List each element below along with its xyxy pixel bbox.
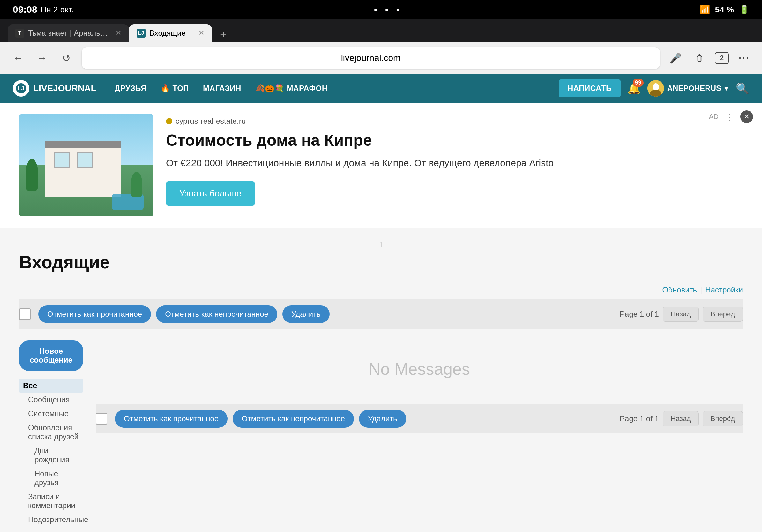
ad-source-dot	[166, 118, 172, 124]
search-icon[interactable]: 🔍	[736, 82, 749, 95]
ad-content: cyprus-real-estate.ru Стоимость дома на …	[166, 114, 743, 206]
ad-image	[19, 114, 153, 216]
sidebar-nav: Все Сообщения Системные Обновления списк…	[19, 378, 83, 527]
tab-2-favicon: LJ	[137, 29, 145, 37]
svg-text:LJ: LJ	[18, 85, 24, 92]
tab-add-button[interactable]: ＋	[214, 26, 232, 42]
status-bar: 09:08 Пн 2 окт. ● ● ● 📶 54 % 🔋	[0, 0, 762, 19]
notification-bell[interactable]: 🔔 99	[626, 80, 642, 97]
inbox-sidebar: Новое сообщение Все Сообщения Системные …	[0, 334, 89, 532]
tab-2-title: Входящие	[149, 29, 194, 37]
refresh-link[interactable]: Обновить	[662, 286, 697, 295]
mic-icon[interactable]: 🎤	[666, 49, 684, 67]
pagination-top: Page 1 of 1 Назад Вперёд	[620, 306, 743, 322]
sidebar-item-system[interactable]: Системные	[19, 407, 83, 421]
ad-cta-button[interactable]: Узнать больше	[166, 181, 255, 206]
lj-logo-text: LIVEJOURNAL	[33, 83, 96, 94]
sidebar-item-friends-updates[interactable]: Обновления списка друзей	[19, 421, 83, 444]
nav-shop[interactable]: МАГАЗИН	[197, 81, 247, 96]
wifi-icon: 📶	[700, 5, 710, 15]
write-button[interactable]: НАПИСАТЬ	[559, 79, 621, 97]
sidebar-item-all[interactable]: Все	[19, 378, 83, 393]
new-message-button[interactable]: Новое сообщение	[19, 340, 83, 371]
inbox-top-actions: Обновить | Настройки	[19, 286, 743, 295]
dot-2: ●	[385, 6, 388, 13]
ad-banner: cyprus-real-estate.ru Стоимость дома на …	[0, 103, 762, 228]
page-info-bottom: Page 1 of 1	[620, 414, 659, 423]
prev-page-button-top[interactable]: Назад	[663, 306, 699, 322]
user-avatar[interactable]: ANEPOHERUS ▾	[648, 80, 728, 97]
ad-source-text: cyprus-real-estate.ru	[176, 117, 246, 126]
ad-source: cyprus-real-estate.ru	[166, 117, 743, 126]
status-time: 09:08	[13, 4, 37, 15]
url-input[interactable]	[82, 47, 660, 69]
mark-read-button-bottom[interactable]: Отметить как прочитанное	[115, 410, 228, 428]
sidebar-item-suspicious[interactable]: Подозрительные	[19, 512, 83, 527]
tab-1-close[interactable]: ✕	[115, 29, 121, 37]
dot-3: ●	[396, 6, 400, 13]
inbox-toolbar-top: Отметить как прочитанное Отметить как не…	[19, 299, 743, 329]
inbox-section: 1 Входящие	[0, 228, 762, 280]
page-indicator: 1	[19, 241, 743, 249]
reload-button[interactable]: ↺	[57, 49, 75, 67]
prev-page-button-bottom[interactable]: Назад	[663, 411, 699, 427]
pagination-bottom: Page 1 of 1 Назад Вперёд	[620, 411, 743, 427]
no-messages-label: No Messages	[96, 334, 743, 404]
sidebar-item-new-friends[interactable]: Новые друзья	[19, 467, 83, 490]
tab-1-favicon: T	[15, 29, 24, 37]
lj-nav: ДРУЗЬЯ 🔥 ТОП МАГАЗИН 🍂🎃💐 МАРАФОН	[109, 81, 546, 96]
lj-right-actions: НАПИСАТЬ 🔔 99 ANEPOHERUS ▾ 🔍	[559, 79, 749, 97]
sidebar-item-birthdays[interactable]: Дни рождения	[19, 444, 83, 467]
sidebar-item-records[interactable]: Записи и комментарии	[19, 490, 83, 512]
tab-count[interactable]: 2	[715, 52, 729, 64]
sidebar-item-messages[interactable]: Сообщения	[19, 393, 83, 407]
forward-button[interactable]: →	[33, 49, 51, 67]
address-bar: ← → ↺ 🎤 2 ⋯	[0, 42, 762, 74]
mark-read-button[interactable]: Отметить как прочитанное	[38, 305, 151, 323]
ad-more-icon[interactable]: ⋮	[725, 112, 734, 122]
tab-2[interactable]: LJ Входящие ✕	[129, 24, 212, 42]
mark-unread-button[interactable]: Отметить как непрочитанное	[156, 305, 277, 323]
next-page-button-bottom[interactable]: Вперёд	[703, 411, 743, 427]
inbox-toolbar-bottom: Отметить как прочитанное Отметить как не…	[96, 404, 743, 433]
back-button[interactable]: ←	[9, 49, 27, 67]
battery-label: 54 %	[715, 5, 734, 15]
svg-rect-0	[698, 55, 701, 61]
delete-button[interactable]: Удалить	[282, 305, 330, 323]
avatar-chevron: ▾	[724, 84, 728, 93]
browser-more-icon[interactable]: ⋯	[735, 49, 753, 67]
share-icon[interactable]	[691, 49, 708, 67]
tabs-bar: T Тьма знает | Арнальд И... ✕ LJ Входящи…	[8, 24, 754, 42]
ad-label: AD	[709, 112, 719, 121]
ad-top-right: AD ⋮ ✕	[709, 110, 753, 123]
dot-1: ●	[374, 6, 377, 13]
tab-2-close[interactable]: ✕	[198, 29, 204, 37]
ad-title: Стоимость дома на Кипре	[166, 131, 743, 150]
nav-friends[interactable]: ДРУЗЬЯ	[109, 81, 152, 96]
notif-badge: 99	[633, 79, 644, 87]
nav-marathon[interactable]: 🍂🎃💐 МАРАФОН	[250, 81, 334, 96]
lj-header: LJ LIVEJOURNAL ДРУЗЬЯ 🔥 ТОП МАГАЗИН 🍂🎃💐 …	[0, 74, 762, 103]
select-all-checkbox-bottom[interactable]	[96, 413, 107, 425]
inbox-controls: Обновить | Настройки Отметить как прочит…	[0, 280, 762, 334]
battery-icon: 🔋	[739, 5, 749, 15]
lj-logo[interactable]: LJ LIVEJOURNAL	[13, 80, 96, 97]
tab-1[interactable]: T Тьма знает | Арнальд И... ✕	[8, 24, 129, 42]
status-day: Пн 2 окт.	[40, 5, 74, 15]
settings-link[interactable]: Настройки	[705, 286, 743, 295]
inbox-main: No Messages Отметить как прочитанное Отм…	[89, 334, 762, 532]
lj-logo-icon: LJ	[13, 80, 29, 97]
ad-close-button[interactable]: ✕	[740, 110, 753, 123]
action-separator: |	[700, 286, 702, 295]
select-all-checkbox[interactable]	[19, 308, 31, 320]
avatar-image	[648, 80, 664, 97]
username-label: ANEPOHERUS	[667, 84, 721, 93]
tab-1-title: Тьма знает | Арнальд И...	[28, 29, 112, 37]
delete-button-bottom[interactable]: Удалить	[359, 410, 406, 428]
page-info-top: Page 1 of 1	[620, 310, 659, 319]
next-page-button-top[interactable]: Вперёд	[703, 306, 743, 322]
nav-top[interactable]: 🔥 ТОП	[155, 81, 194, 96]
mark-unread-button-bottom[interactable]: Отметить как непрочитанное	[233, 410, 354, 428]
ad-description: От €220 000! Инвестиционные виллы и дома…	[166, 156, 743, 170]
ad-house-illustration	[19, 114, 153, 216]
